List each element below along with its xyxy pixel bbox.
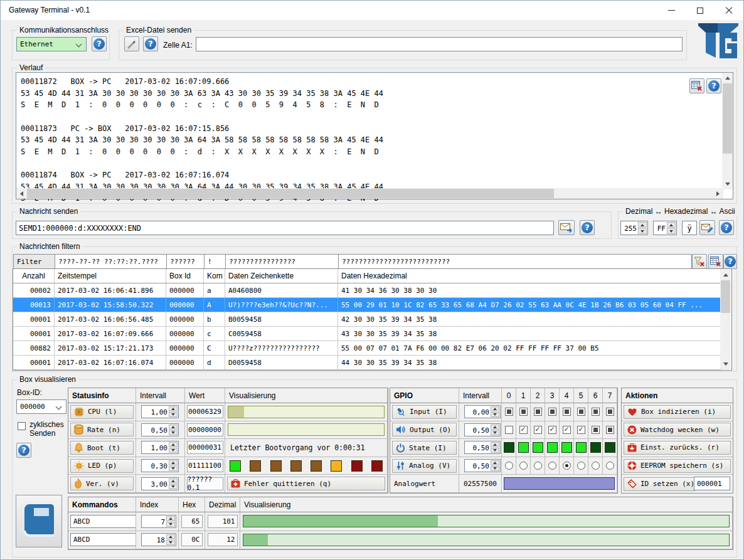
comm-help-button[interactable]: ? [92,36,107,51]
spin-down-button[interactable] [491,466,499,471]
gpio-output-checkbox-3[interactable] [548,426,556,434]
spin-down-button[interactable] [491,448,499,453]
spin-down-button[interactable] [169,412,178,417]
cell-a1-input[interactable] [196,37,683,51]
port-select[interactable]: Ethernet [16,37,87,51]
excel-help-button[interactable]: ? [143,36,158,51]
table-row[interactable]: 00882 2017-03-02 15:17:21.173 000000 C U… [13,341,721,356]
spin-up-button[interactable] [169,406,178,411]
scroll-right-arrow[interactable] [713,188,723,199]
spin-down-button[interactable] [169,448,178,453]
gpio-input-interval-spinner[interactable]: 0,00 [464,405,501,418]
spin-up-button[interactable] [491,406,499,411]
cpu-interval-spinner[interactable]: 1,00 [141,405,179,418]
scroll-down-arrow[interactable] [722,179,733,189]
gpio-analog-radio-4[interactable] [563,462,571,470]
spin-down-button[interactable] [491,430,499,435]
gpio-output-checkbox-6[interactable] [592,426,600,434]
message-input[interactable] [16,221,554,235]
boxid-select[interactable]: 000000 [16,399,66,414]
gpio-analog-radio-0[interactable] [505,462,513,470]
gpio-input-button[interactable]: Input (I) [392,405,457,419]
spin-up-button[interactable] [169,425,178,430]
gpio-analog-radio-1[interactable] [519,462,528,470]
scroll-up-arrow[interactable] [720,270,731,280]
clear-table-button[interactable] [708,254,723,269]
gpio-input-checkbox-6[interactable] [592,408,600,416]
spin-up-button[interactable] [491,425,499,430]
verlauf-vscrollbar[interactable] [722,73,733,189]
filter-zeit-input[interactable]: ????-??-?? ??:??:??.???? [55,255,167,268]
hex-spinner[interactable]: FF [653,221,677,235]
gpio-input-checkbox-2[interactable] [534,408,542,416]
gpio-output-checkbox-1[interactable] [519,426,528,434]
gpio-input-checkbox-1[interactable] [519,408,528,416]
verlauf-vscroll-thumb[interactable] [723,83,732,154]
messages-vscroll-thumb[interactable] [721,280,730,313]
manual-book-button[interactable] [16,495,62,547]
minimize-button[interactable] [657,1,686,20]
send-message-button[interactable] [558,220,575,235]
close-button[interactable] [715,1,743,20]
gpio-output-checkbox-5[interactable] [577,426,585,434]
spin-down-button[interactable] [166,522,175,527]
gpio-input-checkbox-5[interactable] [577,408,585,416]
scroll-left-arrow[interactable] [16,188,27,199]
spin-up-button[interactable] [169,442,178,447]
filter-zeichen-input[interactable]: ???????????????? [226,255,339,268]
spin-down-button[interactable] [491,412,499,417]
verlauf-hscroll-thumb[interactable] [27,189,554,198]
spin-up-button[interactable] [491,442,499,447]
gpio-output-interval-spinner[interactable]: 0,50 [464,423,501,436]
spin-down-button[interactable] [169,484,178,489]
gpio-output-checkbox-4[interactable] [563,426,571,434]
table-row[interactable]: 00001 2017-03-02 16:06:56.485 000000 b B… [13,312,721,327]
filter-help-button[interactable]: ? [723,254,737,269]
gpio-output-button[interactable]: Output (O) [392,423,457,436]
kommando-index-spinner-1[interactable]: 7 [141,515,176,528]
ascii-field[interactable]: ÿ [682,221,697,235]
verlauf-log[interactable]: 00011872 BOX -> PC 2017-03-02 16:07:09.6… [16,72,733,199]
gpio-analog-radio-7[interactable] [606,462,614,470]
spin-down-button[interactable] [169,430,178,435]
kommando-index-spinner-2[interactable]: 18 [141,533,176,546]
eeprom-speichern-button[interactable]: EEPROM speichern (s) [624,459,731,473]
spin-up-button[interactable] [169,460,178,465]
watchdog-wecken-button[interactable]: Watchdog wecken (w) [624,423,731,436]
decimal-spinner[interactable]: 255 [620,221,648,235]
spin-up-button[interactable] [638,222,647,228]
filter-hex-input[interactable]: ?????????????????????????? [339,255,691,268]
boot-interval-spinner[interactable]: 1,00 [141,441,179,454]
filter-kom-input[interactable]: ! [205,255,226,268]
rate-interval-spinner[interactable]: 0,50 [141,423,179,436]
id-setzen-button[interactable]: ID setzen (x) [624,477,695,491]
table-row[interactable]: 00001 2017-03-02 16:07:16.074 000000 d D… [13,356,721,370]
gpio-analog-radio-6[interactable] [592,462,600,470]
scroll-down-arrow[interactable] [720,359,731,369]
gpio-state-button[interactable]: State (I) [392,441,457,455]
messages-vscrollbar[interactable] [720,270,731,369]
gpio-analog-radio-2[interactable] [534,462,542,470]
convert-edit-button[interactable] [699,220,715,235]
scroll-up-arrow[interactable] [722,73,733,83]
gpio-analog-radio-5[interactable] [577,462,585,470]
gpio-analog-button[interactable]: Analog (V) [392,459,457,473]
table-row[interactable]: 00001 2017-03-02 16:07:09.666 000000 c C… [13,327,721,341]
version-interval-spinner[interactable]: 3,00 [141,477,179,490]
spin-down-button[interactable] [169,466,178,471]
spin-up-button[interactable] [169,478,178,483]
id-setzen-input[interactable] [694,477,730,490]
gpio-analog-radio-3[interactable] [548,462,556,470]
box-indizieren-button[interactable]: Box indizieren (i) [624,405,731,419]
gpio-input-checkbox-4[interactable] [563,408,571,416]
spin-down-button[interactable] [638,228,647,234]
gpio-input-checkbox-7[interactable] [606,408,614,416]
cpu-button[interactable]: CPU (l) [70,405,134,419]
maximize-button[interactable] [686,1,715,20]
gpio-input-checkbox-0[interactable] [505,408,513,416]
gpio-state-interval-spinner[interactable]: 0,50 [464,441,501,454]
spin-down-button[interactable] [166,540,175,545]
kommando-input-1[interactable] [70,515,136,528]
spin-up-button[interactable] [166,534,175,539]
kommando-input-2[interactable] [70,533,136,546]
